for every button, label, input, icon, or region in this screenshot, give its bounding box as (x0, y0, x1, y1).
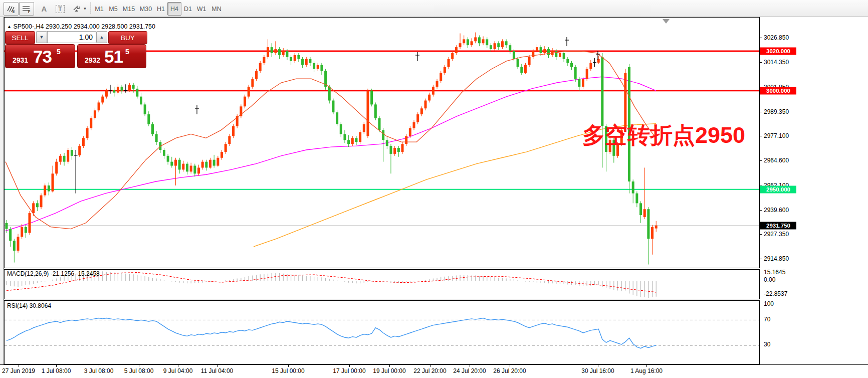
bid-price-big: 73 (33, 47, 52, 67)
time-tick-label: 1 Jul 08:00 (42, 367, 71, 374)
time-axis[interactable]: 27 Jun 20191 Jul 08:003 Jul 08:005 Jul 0… (0, 364, 868, 377)
bid-price-sup: 5 (57, 48, 61, 56)
time-tick-label: 1 Aug 16:00 (630, 367, 663, 374)
buy-button[interactable]: BUY (108, 31, 147, 44)
macd-tick-label: -22.8537 (764, 290, 787, 297)
price-tick-mark (760, 136, 762, 136)
indicator-grid-icon[interactable]: F (19, 2, 34, 16)
time-tick-label: 11 Jul 04:00 (201, 367, 234, 374)
chart-expert-icon[interactable]: E (4, 2, 19, 16)
tf-m15[interactable]: M15 (120, 2, 137, 16)
time-tick-label: 9 Jul 04:00 (163, 367, 193, 374)
text-a-icon[interactable]: A (38, 2, 50, 16)
tf-mn[interactable]: MN (208, 2, 225, 16)
svg-text:F: F (28, 10, 31, 14)
volume-input[interactable] (47, 31, 96, 43)
price-level-chip: 2950.000 (760, 185, 796, 193)
tf-w1[interactable]: W1 (194, 2, 208, 16)
tf-m30[interactable]: M30 (137, 2, 154, 16)
time-tick-label: 15 Jul 00:00 (272, 367, 304, 374)
price-axis[interactable]: 3026.8503014.3503001.8502989.3502977.100… (760, 17, 868, 364)
price-tick-mark (760, 160, 762, 161)
price-level-chip: 2931.750 (760, 222, 796, 229)
time-tick-label: 30 Jul 16:00 (581, 367, 614, 374)
price-tick-label: 3026.850 (764, 34, 789, 41)
macd-label: MACD(12,26,9) -21.1256 -15.2458 (7, 270, 100, 277)
price-tick-label: 2939.600 (764, 207, 789, 214)
price-tick-label: 2964.600 (764, 157, 789, 164)
time-tick-label: 22 Jul 20:00 (413, 367, 446, 374)
ask-price-big: 51 (104, 47, 123, 67)
time-tick-mark (217, 365, 218, 367)
time-tick-label: 17 Jul 00:00 (333, 367, 365, 374)
macd-tick-label: 15.1645 (764, 269, 785, 276)
rsi-pane[interactable] (4, 300, 760, 364)
price-tick-label: 2914.850 (764, 255, 789, 262)
time-tick-label: 19 Jul 00:00 (373, 367, 405, 374)
ask-price-panel[interactable]: 2932 51 5 (77, 44, 146, 68)
price-level-chip: 3000.000 (760, 87, 796, 94)
chevron-down-icon: ▼ (83, 7, 87, 11)
rsi-tick-label: 70 (764, 316, 770, 323)
time-tick-mark (99, 365, 99, 367)
time-tick-mark (598, 365, 598, 367)
price-tick-mark (760, 210, 762, 211)
time-tick-label: 24 Jul 20:00 (453, 367, 486, 374)
time-tick-mark (470, 365, 470, 367)
rsi-tick-label: 30 (764, 341, 770, 348)
price-tick-label: 3014.350 (764, 59, 789, 66)
volume-up-button[interactable]: ▲ (96, 31, 107, 43)
time-tick-mark (56, 365, 57, 367)
text-box-icon[interactable]: T (53, 2, 67, 16)
sell-button[interactable]: SELL (5, 31, 35, 44)
tf-h4[interactable]: H4 (167, 2, 181, 16)
tf-d1[interactable]: D1 (181, 2, 194, 16)
time-tick-mark (349, 365, 350, 367)
time-tick-mark (646, 365, 647, 367)
window-left-edge (0, 17, 4, 376)
time-tick-label: 5 Jul 08:00 (124, 367, 154, 374)
price-tick-mark (760, 234, 762, 235)
price-tick-label: 2927.350 (764, 231, 789, 238)
time-tick-mark (389, 365, 390, 367)
svg-text:E: E (13, 10, 15, 14)
time-tick-mark (139, 365, 139, 367)
time-tick-mark (430, 365, 430, 367)
tf-h1[interactable]: H1 (154, 2, 167, 16)
ask-price-small: 2932 (85, 56, 100, 64)
toolbar-separator (90, 3, 91, 14)
chart-title: ▲ SP500-,H4 2930.250 2934.000 2928.500 2… (7, 23, 155, 30)
time-tick-mark (510, 365, 510, 367)
symbol-arrow-icon: ▲ (7, 24, 12, 29)
price-level-chip: 3020.000 (760, 48, 796, 55)
time-tick-mark (288, 365, 289, 367)
toolbar: E F A T ▼ M1 M5 M15 M30 H1 H4 (0, 0, 868, 17)
price-tick-mark (760, 38, 762, 38)
bid-price-small: 2931 (13, 56, 28, 64)
rsi-tick-label: 100 (764, 300, 774, 307)
price-tick-mark (760, 62, 762, 63)
price-tick-mark (760, 112, 762, 112)
bid-price-panel[interactable]: 2931 73 5 (5, 44, 75, 68)
cursor-arrows-icon[interactable]: ▼ (71, 2, 89, 16)
chart-annotation: 多空转折点2950 (582, 120, 745, 150)
symbol-ohlc-text: SP500-,H4 2930.250 2934.000 2928.500 293… (13, 23, 155, 30)
volume-down-button[interactable]: ▼ (36, 31, 47, 43)
time-tick-label: 27 Jun 2019 (2, 367, 35, 374)
macd-tick-label: 0.00 (764, 276, 775, 283)
price-tick-label: 2977.100 (764, 132, 789, 139)
rsi-label: RSI(14) 30.8064 (7, 302, 51, 309)
time-tick-mark (19, 365, 19, 367)
ask-price-sup: 5 (125, 48, 129, 56)
tf-m5[interactable]: M5 (106, 2, 120, 16)
price-tick-mark (760, 259, 762, 259)
time-tick-label: 3 Jul 08:00 (84, 367, 114, 374)
price-tick-label: 2989.350 (764, 108, 789, 115)
tf-m1[interactable]: M1 (92, 2, 106, 16)
macd-pane[interactable] (4, 269, 760, 299)
time-tick-mark (178, 365, 178, 367)
time-tick-label: 26 Jul 20:00 (493, 367, 526, 374)
chart-shift-marker-icon[interactable] (663, 19, 670, 24)
trading-terminal: E F A T ▼ M1 M5 M15 M30 H1 H4 (0, 0, 868, 378)
